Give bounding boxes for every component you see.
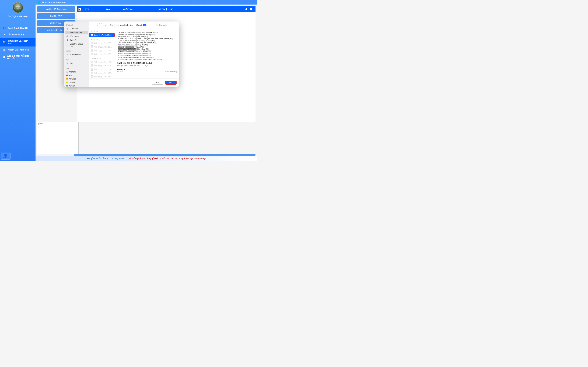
image-file-icon [91, 64, 93, 67]
search-input[interactable] [159, 24, 176, 26]
view-columns-button[interactable]: ⫼⌄ [101, 23, 107, 27]
created-value: 19:54, Hôm nay [164, 70, 177, 73]
folder-icon: 🗂 [116, 24, 119, 26]
fs-downloads[interactable]: ⬇Tải về [64, 38, 89, 42]
file-name: Ảnh chụp...lúc 22.04.14 [94, 65, 113, 67]
view-group-button[interactable]: ⊞⌄ [109, 23, 114, 27]
fs-recent[interactable]: ◷Gần đây [64, 27, 89, 31]
search-box[interactable] [155, 23, 177, 27]
fs-desktop[interactable]: ▭Màn hình nền [65, 31, 88, 34]
finder-body: Hôm nay Xuất file-ZI...1=19-54.txt Hôm q… [89, 29, 179, 78]
sidebar: DIGITAL MARKETING Đại Digital Marketer 👥… [0, 0, 35, 161]
feedback-button[interactable]: feedback [1, 153, 10, 159]
file-name: Ảnh chụp...6 lúc 11.12.07 [94, 46, 113, 48]
layers-icon: ☰ [3, 48, 6, 51]
open-uid-button[interactable]: Mở file UID Facebook [37, 6, 75, 12]
profile-name: Đại Digital Marketer [8, 15, 28, 18]
file-row[interactable]: Ảnh chụp...lúc 22.04.14 [89, 64, 115, 67]
fs-tag-orange[interactable]: Orange [64, 77, 89, 81]
fs-label: Ứng dụng [70, 35, 79, 38]
file-name: Ảnh chụp...lúc 23.00.56 [94, 72, 113, 74]
horizontal-scrollbar[interactable] [74, 154, 256, 156]
preview-subtitle: Tài liệu văn bản thuần túy - 771 byte [117, 65, 177, 67]
preview-content[interactable]: 587968565760104497|Tổng Đài Sheeskin|Nữ|… [117, 30, 177, 60]
fs-tag-yellow[interactable]: Yellow [64, 81, 89, 84]
location-label: Màn hình nền — iCloud [120, 24, 142, 26]
info-icon: i [38, 1, 40, 4]
text-file-icon [91, 34, 93, 36]
fs-label: iCloud Drive [70, 53, 81, 56]
file-row[interactable]: Ảnh chụp...lúc 23.00.56 [89, 71, 115, 75]
folder-icon: ▭ [66, 44, 69, 46]
page-title: Tìm Kiếm Và Thêm Bạn [42, 1, 66, 4]
section-yesterday: Hôm qua [89, 37, 115, 41]
sidebar-item-search[interactable]: 🔍Tìm Kiếm Và Thêm Bạn [0, 38, 35, 47]
save-icon [244, 8, 247, 11]
titlebar: i Tìm Kiếm Và Thêm Bạn [35, 0, 257, 5]
section-7days: 7 ngày trước [89, 56, 115, 60]
file-row[interactable]: Ảnh chụp...lúc 18.29.37 [89, 49, 115, 52]
chevron-down-icon: ⌄ [112, 24, 113, 26]
fs-tag-uid[interactable]: UID ĐT [64, 70, 89, 74]
file-preview: 587968565760104497|Tổng Đài Sheeskin|Nữ|… [115, 29, 179, 78]
file-row[interactable]: Ảnh chụp...lúc 22.59.28 [89, 67, 115, 71]
globe-icon: ⊕ [66, 62, 69, 65]
sidebar-item-label: Lời Mời Kết Bạn [8, 33, 25, 36]
select-all-checkbox[interactable]: ✓ [78, 8, 81, 11]
fs-icloud-drive[interactable]: ☁iCloud Drive [64, 53, 89, 57]
history-textarea[interactable] [37, 122, 78, 154]
image-file-icon [91, 49, 93, 52]
file-row[interactable]: Ảnh chụp...lúc 07.05.15 [89, 41, 115, 45]
image-file-icon [91, 42, 93, 44]
grid-icon: ⊞ [110, 24, 112, 26]
sidebar-item-group[interactable]: ☰Nhóm Đã Tham Gia [0, 47, 35, 53]
back-button[interactable]: ‹ [91, 23, 95, 27]
sidebar-item-label: Xóa Lời Mời Kết Bạn Đã Gửi [7, 55, 33, 60]
image-file-icon [91, 68, 93, 71]
fs-apps[interactable]: ⒶỨng dụng [64, 34, 89, 38]
location-dropdown-icon[interactable]: ⌵ [143, 24, 146, 26]
created-label: Đã tạo [117, 70, 122, 73]
sidebar-item-invite[interactable]: ＋Lời Mời Kết Bạn [0, 31, 35, 38]
fs-network[interactable]: ⊕Mạng [64, 61, 89, 65]
file-list[interactable]: Hôm nay Xuất file-ZI...1=19-54.txt Hôm q… [89, 29, 115, 78]
status-sent: Đã gửi lời mời kết bạn hôm nay: 0/50 [87, 157, 123, 160]
file-row[interactable]: Ảnh chụp...6 lúc 11.12.07 [89, 45, 115, 49]
delete-button[interactable] [249, 8, 254, 11]
profile: DIGITAL MARKETING Đại Digital Marketer [0, 0, 35, 21]
info-row-created: Đã tạo 19:54, Hôm nay [117, 70, 177, 73]
tag-dot-icon [66, 75, 68, 76]
fs-tag-green[interactable]: Green [64, 84, 89, 87]
open-button[interactable]: Mở [165, 81, 177, 84]
file-name: Ảnh chụp...lúc 20.08.52 [94, 53, 113, 55]
file-row[interactable]: Ảnh chụp...lúc 10.45.50 [89, 75, 115, 78]
location-chip[interactable]: 🗂 Màn hình nền — iCloud ⌵ [116, 23, 147, 27]
fs-label: Creative Cloud Fi... [70, 43, 86, 47]
preview-title: Xuất file-ZID-5-11-2021=19-54.txt [117, 62, 177, 64]
sidebar-item-friends[interactable]: 👥Danh Sách Bạn Bè [0, 25, 35, 31]
fs-label: Màn hình nền [70, 31, 82, 34]
feedback-label: feedback [3, 157, 9, 159]
cancel-button[interactable]: Hủy [152, 81, 163, 84]
image-file-icon [91, 75, 93, 78]
file-row[interactable]: Ảnh chụp...lúc 20.08.52 [89, 52, 115, 56]
trash-icon [250, 8, 253, 11]
fs-label: Red [69, 74, 73, 76]
fs-label: Yellow [69, 81, 75, 83]
avatar[interactable]: DIGITAL MARKETING [12, 2, 23, 13]
columns-icon: ⫼ [102, 24, 104, 26]
search-icon: 🔍 [3, 41, 6, 43]
trash-icon: 🗑 [3, 56, 5, 58]
cloud-icon: ☁ [66, 53, 69, 56]
fs-tag-red[interactable]: Red [64, 74, 89, 77]
file-row[interactable]: Ảnh chụp...lúc 21.53.26 [89, 60, 115, 64]
open-sdt-button[interactable]: Mở file SĐT [37, 13, 75, 19]
sidebar-item-delete[interactable]: 🗑Xóa Lời Mời Kết Bạn Đã Gửi [0, 53, 35, 61]
save-button[interactable] [243, 8, 249, 11]
file-name: Ảnh chụp...lúc 07.05.15 [94, 42, 113, 44]
forward-button[interactable]: › [95, 23, 100, 27]
fs-ccf[interactable]: ▭Creative Cloud Fi... [64, 42, 89, 48]
sidebar-item-label: Danh Sách Bạn Bè [8, 27, 28, 29]
file-row-selected[interactable]: Xuất file-ZI...1=19-54.txt [89, 33, 115, 37]
table-header: ✓ STT Tên Giới Tính SĐT hoặc UID [77, 6, 256, 12]
